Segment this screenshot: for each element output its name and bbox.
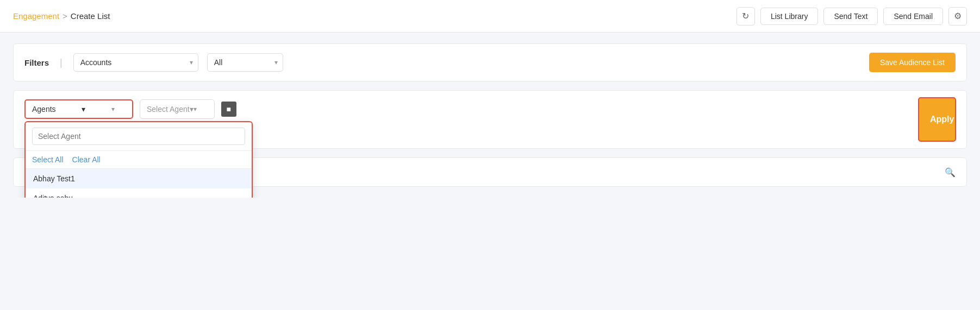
breadcrumb-parent[interactable]: Engagement (13, 11, 59, 21)
accounts-select[interactable]: Accounts Contacts Leads (73, 53, 198, 72)
breadcrumb-current: Create List (71, 11, 110, 21)
agent-chevron-icon: ▾ (82, 105, 85, 113)
agent-select-box[interactable]: Agents ▾ (24, 99, 133, 119)
all-select[interactable]: All Active Inactive (207, 53, 283, 72)
settings-icon: ⚙ (954, 11, 962, 21)
dropdown-search-area (26, 122, 252, 151)
value-select-box[interactable]: Select Agent ▾ (140, 99, 215, 119)
settings-button[interactable]: ⚙ (948, 7, 967, 26)
send-text-button[interactable]: Send Text (823, 8, 878, 25)
accounts-select-wrapper: Accounts Contacts Leads (73, 53, 198, 72)
header-actions: ↻ List Library Send Text Send Email ⚙ (736, 7, 967, 26)
save-audience-button[interactable]: Save Audience List (869, 53, 956, 72)
agent-dropdown-panel: Select All Clear All Abhay Test1 Aditya … (24, 121, 253, 198)
filters-bar: Filters | Accounts Contacts Leads All Ac… (13, 43, 967, 81)
filter-row-container: Agents ▾ Select All Clear All (13, 90, 967, 149)
filters-divider: | (60, 57, 63, 68)
agent-dropdown-list: Abhay Test1 Aditya sahu Admin Account Ag… (26, 169, 252, 198)
select-all-button[interactable]: Select All (32, 155, 64, 164)
filters-label: Filters (24, 58, 49, 67)
filter-area: Agents ▾ Select All Clear All (24, 99, 956, 140)
agent-select-label: Agents (32, 105, 56, 113)
send-email-button[interactable]: Send Email (883, 8, 943, 25)
apply-button[interactable]: Apply (918, 97, 956, 142)
list-item[interactable]: Aditya sahu (26, 188, 252, 198)
list-library-button[interactable]: List Library (760, 8, 818, 25)
clear-all-button[interactable]: Clear All (72, 155, 101, 164)
app-header: Engagement > Create List ↻ List Library … (0, 0, 980, 33)
agent-dropdown-container: Agents ▾ Select All Clear All (24, 99, 133, 119)
filter-left: Agents ▾ Select All Clear All (24, 99, 236, 140)
search-icon: 🔍 (945, 168, 956, 177)
refresh-icon: ↻ (742, 11, 749, 21)
trash-icon: ■ (226, 105, 230, 113)
breadcrumb: Engagement > Create List (13, 11, 110, 21)
main-content: Filters | Accounts Contacts Leads All Ac… (0, 33, 980, 198)
main-filter-row: Agents ▾ Select All Clear All (24, 99, 236, 119)
delete-filter-button[interactable]: ■ (221, 102, 236, 117)
list-item[interactable]: Abhay Test1 (26, 169, 252, 188)
agent-search-input[interactable] (32, 128, 245, 145)
value-chevron-icon: ▾ (190, 105, 193, 113)
all-select-wrapper: All Active Inactive (207, 53, 283, 72)
value-placeholder: Select Agent (147, 105, 190, 113)
dropdown-actions: Select All Clear All (26, 151, 252, 169)
recipients-search-button[interactable]: 🔍 (945, 167, 956, 178)
refresh-button[interactable]: ↻ (736, 7, 755, 26)
value-select-wrapper: Select Agent ▾ (140, 99, 215, 119)
breadcrumb-separator: > (63, 11, 67, 21)
